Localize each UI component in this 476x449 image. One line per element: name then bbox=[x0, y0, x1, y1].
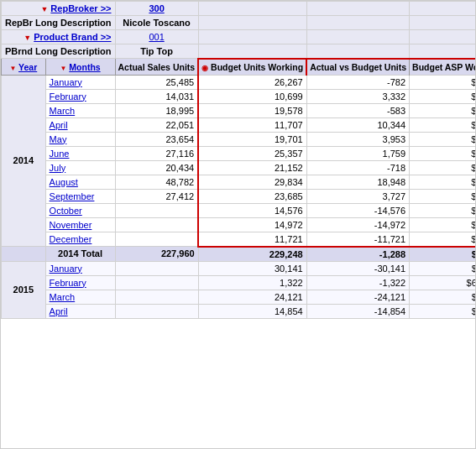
month-link[interactable]: February bbox=[50, 278, 86, 288]
table-row: September 27,412 23,685 3,727 $81.00 55,… bbox=[2, 189, 477, 203]
col-actual-sales: Actual Sales Units bbox=[115, 59, 198, 76]
pbrnd-long-desc-label: PBrnd Long Description bbox=[2, 44, 116, 59]
year-2015: 2015 bbox=[2, 261, 46, 318]
month-link[interactable]: January bbox=[50, 264, 82, 274]
month-link[interactable]: January bbox=[50, 77, 82, 87]
total-year-cell bbox=[2, 247, 46, 262]
table-row: March 18,995 19,578 -583 $74.88 25,151 2… bbox=[2, 103, 477, 117]
table-row: October 14,576 -14,576 $77.60 21,3 bbox=[2, 203, 477, 217]
table-row: May 23,654 19,701 3,953 $72.29 28,784 20… bbox=[2, 132, 477, 146]
repbr-long-desc-label: RepBr Long Description bbox=[2, 16, 116, 30]
col-months[interactable]: ▼ Months bbox=[45, 59, 115, 76]
column-headers: ▼ Year ▼ Months Actual Sales Units ◉ Bud… bbox=[2, 59, 477, 76]
month-link[interactable]: April bbox=[50, 306, 68, 316]
col-budget-units: ◉ Budget Units Working bbox=[198, 59, 306, 76]
year-2014: 2014 bbox=[2, 75, 46, 247]
year-sort-link[interactable]: Year bbox=[18, 62, 37, 72]
month-link[interactable]: May bbox=[50, 134, 67, 144]
total-label: 2014 Total bbox=[45, 247, 115, 262]
month-link[interactable]: October bbox=[50, 206, 82, 216]
main-container[interactable]: ▼ RepBroker >> 300 RepBr Long Descriptio… bbox=[0, 0, 476, 449]
repbroker-value[interactable]: 300 bbox=[115, 2, 198, 16]
pbrnd-tip-top: Tip Top bbox=[115, 44, 198, 59]
product-brand-row: ▼ Product Brand >> 001 002 bbox=[2, 30, 477, 44]
table-row: June 27,116 25,357 1,759 $72.22 48,089 4… bbox=[2, 146, 477, 160]
month-link[interactable]: November bbox=[50, 220, 92, 230]
repbroker-link[interactable]: RepBroker >> bbox=[50, 3, 111, 13]
month-link[interactable]: September bbox=[50, 191, 95, 201]
product-brand-001-link[interactable]: 001 bbox=[149, 32, 164, 42]
month-link[interactable]: February bbox=[50, 91, 86, 102]
repbroker-label[interactable]: ▼ RepBroker >> bbox=[2, 2, 116, 16]
table-row: 2014 January 25,485 26,267 -782 $73.09 2… bbox=[2, 75, 477, 89]
total-row-2014: 2014 Total 227,960 229,248 -1,288 $75.35… bbox=[2, 247, 477, 262]
table-row: December 11,721 -11,721 $80.23 17,7 bbox=[2, 232, 477, 247]
col-actual-vs-budget: Actual vs Budget Units bbox=[306, 59, 409, 76]
repbroker-value-link[interactable]: 300 bbox=[149, 3, 164, 13]
month-link[interactable]: March bbox=[50, 292, 76, 302]
repbr-long-desc-value: Nicole Toscano bbox=[115, 16, 198, 30]
repbr-long-desc-row: RepBr Long Description Nicole Toscano bbox=[2, 16, 477, 30]
data-table: ▼ RepBroker >> 300 RepBr Long Descriptio… bbox=[1, 1, 476, 319]
table-row: August 48,782 29,834 18,948 $77.13 23,73… bbox=[2, 175, 477, 189]
months-sort-link[interactable]: Months bbox=[69, 62, 100, 72]
table-row: July 20,434 21,152 -718 $77.18 38,974 30… bbox=[2, 160, 477, 175]
table-row: November 14,972 -14,972 $76.27 20,2 bbox=[2, 217, 477, 232]
month-link[interactable]: August bbox=[50, 177, 78, 187]
month-link[interactable]: December bbox=[50, 234, 92, 244]
product-brand-label[interactable]: ▼ Product Brand >> bbox=[2, 30, 116, 44]
month-link[interactable]: June bbox=[50, 149, 70, 159]
month-link[interactable]: April bbox=[50, 120, 68, 130]
month-link[interactable]: July bbox=[50, 163, 66, 173]
month-link[interactable]: March bbox=[50, 106, 76, 116]
table-row: February 1,322 -1,322 $690.87 3,9 bbox=[2, 275, 477, 290]
pbrnd-long-desc-row: PBrnd Long Description Tip Top Dew Drop bbox=[2, 44, 477, 59]
table-row: 2015 January 30,141 -30,141 $79.62 31,6 bbox=[2, 261, 477, 275]
product-brand-value1[interactable]: 001 bbox=[115, 30, 198, 44]
table-row: March 24,121 -24,121 $75.97 bbox=[2, 290, 477, 304]
table-row: April 14,854 -14,854 $70.40 43,7 bbox=[2, 304, 477, 318]
table-row: April 22,051 11,707 10,344 $71.45 33,076… bbox=[2, 117, 477, 132]
table-row: February 14,031 10,699 3,332 $68.30 33,4… bbox=[2, 89, 477, 103]
product-brand-link[interactable]: Product Brand >> bbox=[34, 32, 111, 42]
repbroker-row: ▼ RepBroker >> 300 bbox=[2, 2, 477, 16]
col-budget-asp: Budget ASP Working bbox=[410, 59, 476, 76]
col-year[interactable]: ▼ Year bbox=[2, 59, 46, 76]
